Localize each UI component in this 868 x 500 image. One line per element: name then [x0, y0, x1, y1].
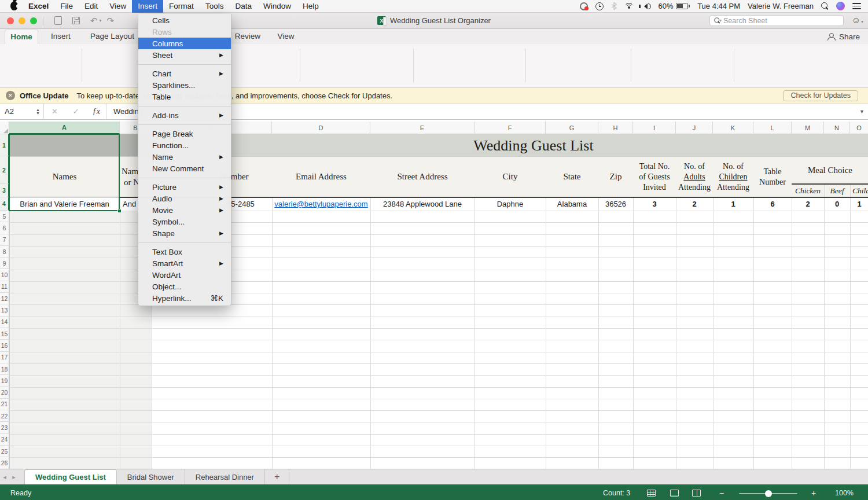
menu-item-function[interactable]: Function...: [138, 139, 231, 151]
sheet-tab-bridal-shower[interactable]: Bridal Shower: [117, 469, 185, 484]
header-child[interactable]: Child: [850, 184, 868, 197]
menu-item-smartart[interactable]: SmartArt▶: [138, 258, 231, 269]
row-header-26[interactable]: 26: [0, 457, 9, 469]
share-button[interactable]: Share: [827, 29, 860, 44]
menu-item-chart[interactable]: Chart▶: [138, 68, 231, 79]
close-window-button[interactable]: [7, 17, 14, 24]
redo-icon[interactable]: ↷: [107, 16, 115, 25]
zoom-slider-knob[interactable]: [765, 490, 772, 497]
sheet-tab-wedding-guest-list[interactable]: Wedding Guest List: [24, 469, 117, 484]
feedback-smiley-button[interactable]: ☺▾: [852, 15, 863, 25]
row-header-19[interactable]: 19: [0, 375, 9, 387]
menu-item-sheet[interactable]: Sheet▶: [138, 49, 231, 61]
selection-outline[interactable]: [9, 134, 120, 211]
menubar-user[interactable]: Valerie W. Freeman: [748, 2, 814, 10]
enter-check-icon[interactable]: ✓: [73, 107, 79, 116]
header-meal-choice[interactable]: Meal Choice: [792, 156, 868, 184]
menubar-item-data[interactable]: Data: [229, 0, 258, 13]
column-header-l[interactable]: L: [753, 122, 792, 134]
notification-center-icon[interactable]: [852, 3, 861, 9]
row-header-22[interactable]: 22: [0, 410, 9, 422]
spotlight-icon[interactable]: [821, 2, 829, 10]
zoom-in-button[interactable]: +: [811, 488, 816, 498]
page-break-view-icon[interactable]: [692, 490, 701, 497]
undo-icon[interactable]: ↶: [90, 16, 98, 25]
row-header-1[interactable]: 1: [0, 134, 9, 156]
column-header-a[interactable]: A: [9, 122, 120, 134]
column-header-n[interactable]: N: [824, 122, 850, 134]
menubar-item-format[interactable]: Format: [163, 0, 200, 13]
column-header-f[interactable]: F: [475, 122, 546, 134]
cell-n4-beef[interactable]: 0: [824, 197, 850, 211]
check-for-updates-button[interactable]: Check for Updates: [783, 90, 858, 101]
menubar-item-window[interactable]: Window: [258, 0, 297, 13]
apple-logo-icon[interactable]: [10, 2, 18, 10]
cell-i4-total[interactable]: 3: [633, 197, 676, 211]
row-header-18[interactable]: 18: [0, 363, 9, 375]
new-workbook-icon[interactable]: [54, 16, 62, 25]
header-table-number[interactable]: TableNumber: [753, 156, 792, 197]
banner-close-icon[interactable]: ✕: [6, 91, 15, 100]
menu-item-new-comment[interactable]: New Comment: [138, 163, 231, 174]
row-header-2[interactable]: 2: [0, 156, 9, 184]
column-header-e[interactable]: E: [370, 122, 475, 134]
menu-item-sparklines[interactable]: Sparklines...: [138, 79, 231, 91]
time-machine-icon[interactable]: [595, 2, 604, 10]
menu-item-name[interactable]: Name▶: [138, 151, 231, 163]
column-header-j[interactable]: J: [676, 122, 713, 134]
row-header-12[interactable]: 12: [0, 293, 9, 304]
menu-item-add-ins[interactable]: Add-ins▶: [138, 109, 231, 121]
column-header-m[interactable]: M: [792, 122, 824, 134]
row-header-23[interactable]: 23: [0, 422, 9, 433]
menubar-item-view[interactable]: View: [104, 0, 132, 13]
row-header-17[interactable]: 17: [0, 352, 9, 363]
save-icon[interactable]: [72, 17, 80, 24]
search-sheet-field[interactable]: ▾ Search Sheet: [709, 15, 844, 26]
normal-view-icon[interactable]: [647, 490, 656, 497]
cell-k4-children[interactable]: 1: [713, 197, 753, 211]
spreadsheet-grid[interactable]: ABCDEFGHIJKLMNO1234567891011121314151617…: [0, 120, 868, 469]
minimize-window-button[interactable]: [19, 17, 25, 24]
menubar-clock[interactable]: Tue 4:44 PM: [697, 2, 740, 10]
row-header-9[interactable]: 9: [0, 258, 9, 269]
header-state[interactable]: State: [546, 156, 598, 197]
row-header-15[interactable]: 15: [0, 328, 9, 340]
row-header-7[interactable]: 7: [0, 234, 9, 246]
menubar-item-excel[interactable]: Excel: [23, 0, 54, 13]
header-zip[interactable]: Zip: [598, 156, 633, 197]
menu-item-text-box[interactable]: Text Box: [138, 246, 231, 258]
menu-item-object[interactable]: Object...: [138, 281, 231, 292]
column-header-i[interactable]: I: [633, 122, 676, 134]
menu-item-audio[interactable]: Audio▶: [138, 193, 231, 204]
sheet-nav-left-icon[interactable]: ◂: [0, 469, 9, 484]
menu-item-cells[interactable]: Cells: [138, 14, 231, 26]
menubar-item-help[interactable]: Help: [297, 0, 325, 13]
cell-m4-chicken[interactable]: 2: [792, 197, 824, 211]
column-header-o[interactable]: O: [850, 122, 868, 134]
siri-icon[interactable]: [836, 2, 845, 10]
menu-item-picture[interactable]: Picture▶: [138, 181, 231, 193]
column-header-k[interactable]: K: [713, 122, 753, 134]
row-header-10[interactable]: 10: [0, 270, 9, 281]
cell-f4-city[interactable]: Daphne: [475, 197, 546, 211]
insert-function-icon[interactable]: ƒx: [93, 107, 100, 116]
header-street[interactable]: Street Address: [370, 156, 475, 197]
menu-item-shape[interactable]: Shape▶: [138, 227, 231, 239]
sheet-tab-rehearsal-dinner[interactable]: Rehearsal Dinner: [185, 469, 265, 484]
zoom-window-button[interactable]: [30, 17, 37, 24]
row-header-3[interactable]: 3: [0, 184, 9, 197]
wifi-icon[interactable]: [624, 3, 634, 10]
header-email[interactable]: Email Address: [272, 156, 370, 197]
menu-item-symbol[interactable]: Symbol...: [138, 216, 231, 227]
row-header-4[interactable]: 4: [0, 197, 9, 211]
cell-o4-child[interactable]: 1: [850, 197, 868, 211]
sheet-nav-right-icon[interactable]: ▸: [9, 469, 19, 484]
formula-bar-expand-icon[interactable]: ▼: [859, 109, 865, 115]
cell-d4-email[interactable]: valerie@bettylupaperie.com: [272, 197, 370, 211]
row-header-14[interactable]: 14: [0, 317, 9, 328]
cell-l4-table[interactable]: 6: [753, 197, 792, 211]
name-box-stepper[interactable]: ▲▼: [36, 108, 40, 115]
ribbon-tab-page-layout[interactable]: Page Layout: [83, 29, 141, 44]
row-header-5[interactable]: 5: [0, 211, 9, 222]
column-header-h[interactable]: H: [598, 122, 633, 134]
